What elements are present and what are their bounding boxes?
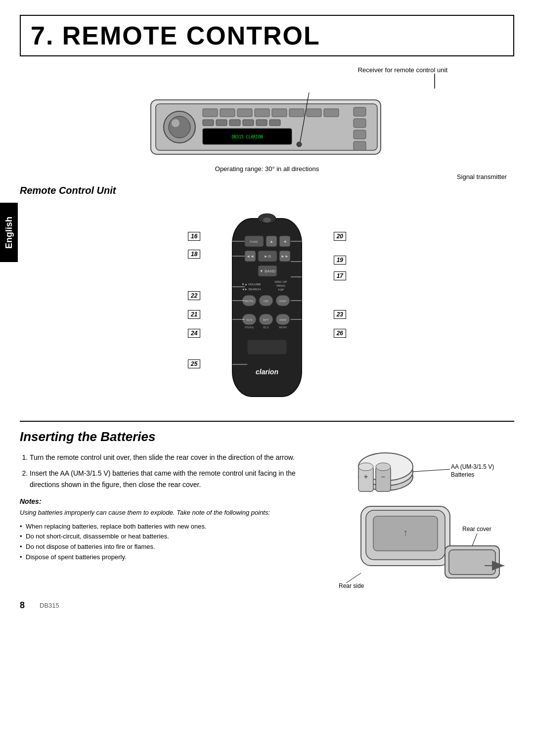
svg-rect-15 — [216, 120, 227, 126]
rcu-title: Remote Control Unit — [20, 185, 514, 196]
num-label-24: 24 — [188, 329, 200, 338]
notes-title: Notes: — [20, 497, 316, 505]
svg-text:DISC UP: DISC UP — [275, 280, 287, 283]
svg-text:◄◄: ◄◄ — [246, 254, 254, 259]
svg-text:TOP: TOP — [278, 288, 284, 291]
svg-text:◄: ◄ — [283, 239, 287, 244]
svg-rect-10 — [272, 109, 287, 117]
batteries-steps-list: Turn the remote control unit over, then … — [30, 452, 316, 490]
rcu-section: Remote Control Unit 16 18 22 21 24 25 20… — [20, 185, 514, 406]
svg-rect-23 — [354, 119, 366, 128]
svg-point-83 — [358, 463, 373, 471]
notes-italic: Using batteries improperly can cause the… — [20, 508, 316, 518]
svg-rect-14 — [203, 120, 214, 126]
svg-rect-12 — [307, 109, 321, 117]
svg-rect-22 — [354, 107, 366, 116]
operating-range-text: Operating range: 30° in all directions — [215, 165, 319, 173]
num-label-17: 17 — [334, 271, 346, 280]
svg-text:▼▲ VOLUME: ▼▲ VOLUME — [242, 283, 261, 286]
svg-text:▼ BAND: ▼ BAND — [260, 269, 276, 273]
svg-text:–: – — [381, 473, 385, 481]
batteries-step-2: Insert the AA (UM-3/1.5 V) batteries tha… — [30, 468, 316, 490]
receiver-section: Receiver for remote control unit — [20, 66, 514, 173]
svg-text:RDM: RDM — [279, 318, 286, 321]
svg-text:PROG: PROG — [276, 284, 285, 287]
svg-text:Batteries: Batteries — [451, 471, 474, 478]
svg-line-98 — [346, 573, 361, 583]
num-label-18: 18 — [188, 250, 200, 259]
svg-point-4 — [169, 116, 190, 138]
num-label-21: 21 — [188, 310, 200, 319]
bullet-1: When replacing batteries, replace both b… — [20, 522, 316, 532]
svg-rect-19 — [269, 120, 280, 126]
bullet-4: Dispose of spent batteries properly. — [20, 552, 316, 563]
batteries-step-1: Turn the remote control unit over, then … — [30, 452, 316, 463]
svg-rect-24 — [354, 130, 366, 139]
bullet-3: Do not dispose of batteries into fire or… — [20, 542, 316, 552]
num-label-22: 22 — [188, 291, 200, 300]
svg-text:MONI: MONI — [279, 326, 287, 329]
svg-rect-8 — [237, 109, 252, 117]
svg-text:+: + — [364, 473, 368, 481]
page-number: 8 — [20, 600, 25, 611]
battery-diagram: + – AA (UM-3/1.5 V) Batteries ↑ — [336, 452, 514, 590]
page-header: 7. REMOTE CONTROL — [20, 15, 514, 56]
receiver-svg: DB315 CLARION — [146, 90, 388, 159]
svg-text:AA (UM-3/1.5 V): AA (UM-3/1.5 V) — [451, 463, 494, 470]
batteries-text: Turn the remote control unit over, then … — [20, 452, 316, 563]
svg-text:DISP: DISP — [279, 300, 286, 303]
svg-text:►/II: ►/II — [264, 254, 271, 259]
svg-text:MUTE: MUTE — [245, 300, 254, 303]
batteries-section: Inserting the Batteries Turn the remote … — [20, 421, 514, 590]
num-label-26: 26 — [334, 329, 346, 338]
svg-rect-7 — [220, 109, 235, 117]
svg-point-5 — [172, 119, 179, 127]
svg-text:DB315 CLARION: DB315 CLARION — [232, 135, 263, 139]
num-label-19: 19 — [334, 256, 346, 265]
svg-rect-95 — [449, 550, 495, 575]
svg-text:ISR: ISR — [264, 300, 269, 303]
svg-line-100 — [472, 534, 477, 546]
svg-rect-6 — [203, 109, 218, 117]
svg-text:FUNC: FUNC — [250, 240, 259, 243]
remote-diagram-wrapper: 16 18 22 21 24 25 20 19 17 23 26 — [20, 206, 514, 406]
model-number: DB315 — [40, 602, 59, 609]
svg-rect-16 — [229, 120, 240, 126]
bullet-2: Do not short-circuit, disassemble or hea… — [20, 532, 316, 542]
svg-rect-11 — [289, 109, 304, 117]
svg-rect-9 — [255, 109, 269, 117]
svg-text:BLS: BLS — [263, 326, 268, 329]
num-label-25: 25 — [188, 359, 200, 368]
svg-text:◄► SEARCH: ◄► SEARCH — [242, 288, 261, 291]
batteries-content: Turn the remote control unit over, then … — [20, 452, 514, 590]
svg-text:PS/AS: PS/AS — [245, 326, 254, 329]
svg-text:▲: ▲ — [269, 239, 273, 244]
svg-point-84 — [376, 463, 391, 471]
svg-text:►►: ►► — [281, 254, 289, 259]
page-footer: 8 DB315 — [20, 600, 514, 611]
sidebar-language-label: English — [0, 203, 18, 262]
page-title: 7. REMOTE CONTROL — [31, 21, 503, 50]
num-label-23: 23 — [334, 310, 346, 319]
svg-text:Rear cover: Rear cover — [462, 526, 491, 533]
svg-text:↑: ↑ — [403, 527, 408, 538]
receiver-diagram: DB315 CLARION — [146, 90, 388, 161]
num-label-20: 20 — [334, 232, 346, 241]
remote-svg: FUNC ▲ ◄ ◄◄ ►/II ►► ▼ BA — [218, 206, 316, 404]
receiver-arrow-line — [434, 74, 435, 89]
svg-text:Rear side: Rear side — [339, 582, 364, 589]
svg-rect-18 — [256, 120, 267, 126]
batteries-title: Inserting the Batteries — [20, 429, 514, 445]
battery-svg: + – AA (UM-3/1.5 V) Batteries ↑ — [336, 452, 514, 590]
svg-point-26 — [297, 142, 302, 147]
receiver-label: Receiver for remote control unit — [358, 66, 447, 74]
bullets-list: When replacing batteries, replace both b… — [20, 522, 316, 563]
svg-rect-65 — [247, 340, 287, 355]
svg-rect-13 — [324, 109, 339, 117]
svg-rect-25 — [354, 141, 366, 150]
svg-rect-17 — [243, 120, 254, 126]
svg-text:RPT: RPT — [263, 318, 269, 321]
rcu-left: Remote Control Unit 16 18 22 21 24 25 20… — [20, 185, 514, 406]
svg-text:SCN: SCN — [246, 318, 253, 321]
svg-text:clarion: clarion — [256, 368, 278, 376]
